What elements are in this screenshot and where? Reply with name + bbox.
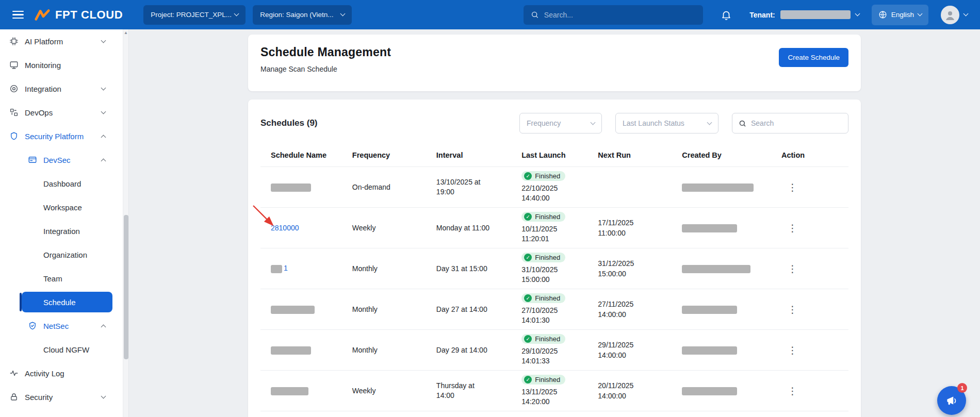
check-circle-icon: ✓ — [524, 294, 532, 302]
column-header-action: Action — [781, 151, 848, 159]
check-circle-icon: ✓ — [524, 335, 532, 343]
sidebar-item-security-platform[interactable]: Security Platform — [0, 124, 123, 148]
chevron-down-icon — [963, 11, 969, 16]
tenant-selector[interactable]: Tenant: — [749, 10, 859, 19]
announcements-button[interactable]: 1 — [937, 386, 966, 415]
last-launch-date: 29/10/2025 — [521, 346, 558, 356]
column-header-created-by: Created By — [682, 151, 781, 159]
redacted-created-by — [682, 184, 754, 192]
created-by-cell — [682, 345, 781, 354]
page-title: Schedule Management — [260, 45, 848, 59]
action-cell: ⋮ — [781, 221, 848, 235]
fpt-logo-icon — [34, 9, 51, 21]
integration-icon — [9, 84, 19, 94]
interval-text: Day 31 at 15:00 — [436, 264, 494, 274]
menu-icon[interactable] — [12, 11, 24, 19]
interval-text: Day 29 at 14:00 — [436, 345, 494, 355]
table-search-input[interactable] — [751, 119, 842, 127]
next-run-cell: 20/11/202514:00:00 — [598, 380, 682, 402]
chevron-down-icon — [101, 393, 106, 398]
redacted-schedule-name — [271, 346, 311, 355]
chevron-up-icon — [101, 158, 106, 163]
last-launch-status-filter[interactable]: Last Launch Status — [615, 113, 718, 134]
last-launch-time: 15:00:00 — [521, 275, 550, 285]
frequency-cell: Monthly — [352, 264, 436, 273]
redacted-schedule-name — [271, 387, 308, 395]
notifications-button[interactable] — [721, 9, 732, 21]
redacted-schedule-name — [271, 265, 282, 273]
chevron-down-icon — [707, 120, 712, 125]
next-run-time: 14:00:00 — [598, 350, 682, 360]
sidebar-item-workspace[interactable]: Workspace — [0, 195, 123, 219]
row-actions-button[interactable]: ⋮ — [782, 180, 803, 194]
chevron-down-icon — [101, 85, 106, 90]
global-search-input[interactable] — [544, 11, 696, 19]
schedule-name-cell: 1 — [260, 264, 352, 273]
last-launch-time: 14:01:33 — [521, 356, 550, 366]
last-launch-cell: ✓Finished31/10/202515:00:00 — [521, 253, 598, 285]
monitoring-icon — [9, 60, 19, 70]
scrollbar-thumb[interactable] — [124, 215, 128, 359]
region-selector[interactable]: Region: Saigon (Vietn... — [253, 5, 352, 25]
created-by-cell — [682, 223, 781, 232]
schedules-toolbar: Schedules (9) Frequency Last Launch Stat… — [260, 113, 848, 134]
sidebar-item-monitoring[interactable]: Monitoring — [0, 53, 123, 77]
language-selector[interactable]: English — [872, 5, 928, 25]
action-cell: ⋮ — [781, 343, 848, 357]
sidebar-item-label: Integration — [25, 85, 61, 93]
last-launch-date: 27/10/2025 — [521, 306, 558, 315]
main-content: Schedule Management Manage Scan Schedule… — [129, 29, 980, 417]
interval-text: Monday at 11:00 — [436, 223, 494, 233]
sidebar-item-label: Integration — [43, 227, 80, 236]
last-launch-date: 31/10/2025 — [521, 265, 558, 275]
interval-cell: Day 27 at 14:00 — [436, 305, 521, 314]
bell-icon — [721, 9, 732, 21]
sidebar-item-devops[interactable]: DevOps — [0, 101, 123, 124]
sidebar-scrollbar[interactable]: ▲ — [123, 29, 128, 417]
last-launch-time: 14:01:30 — [521, 315, 550, 325]
sidebar-item-activity-log[interactable]: Activity Log — [0, 361, 123, 385]
project-selector[interactable]: Project: PROJECT_XPL... — [143, 5, 246, 25]
avatar — [941, 6, 959, 24]
sidebar-item-organization[interactable]: Organization — [0, 243, 123, 266]
sidebar-item-schedule[interactable]: Schedule — [22, 292, 112, 312]
sidebar-item-label: Cloud NGFW — [43, 345, 89, 354]
redacted-schedule-name — [271, 184, 311, 192]
frequency-cell: Monthly — [352, 305, 436, 313]
sidebar-item-to[interactable]: To — [0, 409, 123, 417]
sidebar-item-cloud-ngfw[interactable]: Cloud NGFW — [0, 338, 123, 361]
status-text: Finished — [535, 172, 560, 180]
row-actions-button[interactable]: ⋮ — [782, 221, 803, 235]
sidebar-item-ai-platform[interactable]: AI Platform — [0, 29, 123, 53]
last-launch-cell: ✓Finished29/10/202514:01:33 — [521, 334, 598, 366]
sidebar-item-integration[interactable]: Integration — [0, 219, 123, 243]
scrollbar-up-icon[interactable]: ▲ — [123, 31, 128, 35]
row-actions-button[interactable]: ⋮ — [782, 262, 803, 275]
last-launch-time: 14:20:00 — [521, 397, 550, 407]
status-text: Finished — [535, 254, 560, 261]
chevron-down-icon — [918, 11, 923, 16]
sidebar-item-security[interactable]: Security — [0, 385, 123, 409]
schedule-name-link[interactable]: 2810000 — [271, 224, 299, 232]
table-row: MonthlyDay 29 at 14:00✓Finished29/10/202… — [260, 329, 848, 370]
sidebar-item-integration[interactable]: Integration — [0, 77, 123, 101]
fpt-logo[interactable]: FPT CLOUD — [34, 8, 123, 22]
frequency-cell: Monthly — [352, 346, 436, 354]
create-schedule-button[interactable]: Create Schedule — [779, 48, 848, 67]
status-text: Finished — [535, 213, 560, 221]
sidebar-item-team[interactable]: Team — [0, 266, 123, 290]
sidebar-nav: AI PlatformMonitoringIntegrationDevOpsSe… — [0, 29, 123, 417]
row-actions-button[interactable]: ⋮ — [782, 343, 803, 357]
sidebar-item-netsec[interactable]: NetSec — [0, 314, 123, 338]
row-actions-button[interactable]: ⋮ — [782, 384, 803, 397]
schedule-name-link[interactable]: 1 — [284, 264, 288, 272]
chevron-down-icon — [234, 11, 239, 16]
sidebar-item-devsec[interactable]: DevSec — [0, 148, 123, 172]
action-cell: ⋮ — [781, 180, 848, 194]
user-menu[interactable] — [941, 6, 968, 24]
sidebar-item-dashboard[interactable]: Dashboard — [0, 172, 123, 195]
project-selector-label: Project: PROJECT_XPL... — [151, 11, 232, 19]
action-cell: ⋮ — [781, 384, 848, 397]
row-actions-button[interactable]: ⋮ — [782, 303, 803, 316]
frequency-filter[interactable]: Frequency — [519, 113, 602, 134]
